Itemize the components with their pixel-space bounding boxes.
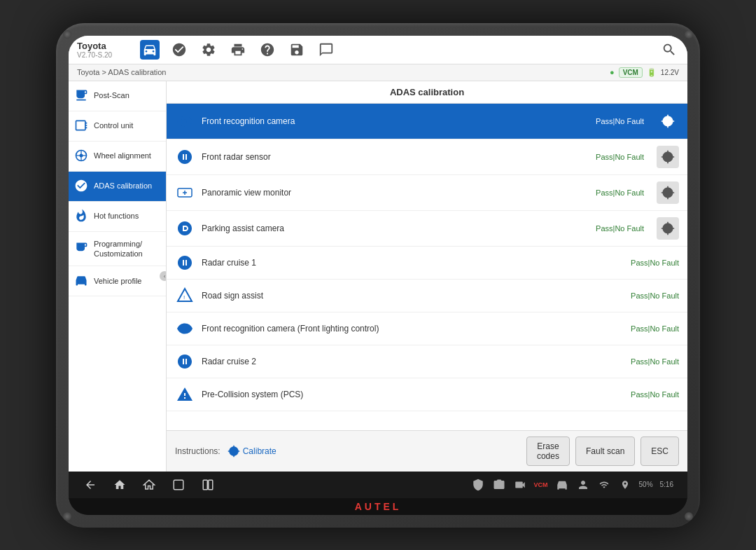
post-scan-icon	[74, 88, 90, 104]
battery-text: 12.2V	[661, 69, 679, 76]
sidebar-item-programming[interactable]: Programming/ Customization	[69, 232, 166, 267]
wifi-icon: ●	[610, 68, 615, 76]
status-bar: ● VCM 🔋 12.2V	[610, 67, 679, 78]
esc-button[interactable]: ESC	[640, 436, 679, 466]
row-label: Road sign assist	[202, 291, 616, 301]
row-status: Pass|No Fault	[623, 291, 679, 300]
autel-brand-bar: AUTEL	[69, 498, 687, 515]
sidebar: Post-Scan Control unit Wheel alignment	[69, 81, 167, 472]
radar-cruise-1-icon	[175, 253, 195, 273]
list-item[interactable]: Radar cruise 1 Pass|No Fault	[167, 247, 687, 280]
row-label: Radar cruise 2	[202, 357, 616, 366]
svg-text:!: !	[183, 294, 185, 301]
search-icon[interactable]	[659, 40, 679, 60]
panel-title: ADAS calibration	[167, 81, 687, 104]
sidebar-item-wheel-alignment[interactable]: Wheel alignment	[69, 142, 166, 172]
list-item[interactable]: Front recognition camera (Front lighting…	[167, 312, 687, 345]
hot-icon	[74, 209, 90, 224]
front-recognition-lighting-icon	[175, 319, 195, 338]
android-tray: VCM 50% 5:16	[471, 478, 673, 492]
list-item[interactable]: Pre-Collision system (PCS) Pass|No Fault	[167, 378, 687, 411]
sidebar-item-post-scan[interactable]: Post-Scan	[69, 81, 166, 111]
hot-functions-label: Hot functions	[94, 211, 139, 221]
row-label: Front recognition camera (Front lighting…	[202, 324, 616, 334]
car-icon[interactable]	[140, 40, 160, 60]
svg-rect-7	[174, 480, 183, 490]
breadcrumb-text: Toyota > ADAS calibration	[77, 68, 167, 76]
screw-tr	[685, 30, 693, 39]
home-outline-icon[interactable]	[141, 477, 157, 493]
clock-display: 5:16	[660, 481, 673, 488]
items-list: Front recognition camera Pass|No Fault F…	[167, 104, 687, 430]
home-icon[interactable]	[112, 477, 127, 493]
vcm-tray-icon[interactable]: VCM	[534, 478, 548, 492]
right-panel: ADAS calibration Front recognition camer…	[167, 81, 687, 472]
print-icon[interactable]	[228, 40, 248, 60]
battery-percent: 50%	[639, 481, 653, 488]
main-content: Post-Scan Control unit Wheel alignment	[69, 81, 687, 472]
instructions-label: Instructions:	[175, 446, 220, 456]
tablet-screen: Toyota V2.70-S.20	[69, 36, 687, 515]
brand-version: V2.70-S.20	[77, 51, 133, 59]
bottom-actions: Erasecodes Fault scan ESC	[526, 436, 679, 466]
wheel-alignment-label: Wheel alignment	[94, 151, 151, 160]
fault-scan-button[interactable]: Fault scan	[575, 436, 635, 466]
driver-tray-icon[interactable]	[576, 478, 590, 492]
sidebar-collapse-button[interactable]: ‹	[160, 271, 167, 281]
sidebar-item-vehicle-profile[interactable]: Vehicle profile	[69, 266, 166, 296]
list-item[interactable]: Front radar sensor Pass|No Fault	[167, 139, 687, 175]
pre-collision-icon	[175, 385, 195, 404]
sidebar-item-hot-functions[interactable]: Hot functions	[69, 202, 166, 232]
calibrate-button[interactable]: Calibrate	[227, 445, 276, 458]
bottom-bar: Instructions: Calibrate Erasecodes Fault…	[167, 430, 687, 472]
screw-bl	[63, 512, 71, 521]
wifi-status-icon	[597, 478, 611, 492]
calibrate-label: Calibrate	[243, 446, 276, 456]
list-item[interactable]: Front recognition camera Pass|No Fault	[167, 104, 687, 139]
diagnostic-icon[interactable]	[169, 40, 189, 60]
message-icon[interactable]	[316, 40, 336, 60]
svg-rect-8	[203, 480, 207, 490]
prog-icon	[74, 241, 90, 256]
post-scan-label: Post-Scan	[94, 90, 130, 100]
row-action-button[interactable]	[657, 110, 679, 132]
shield-tray-icon[interactable]	[471, 478, 485, 492]
row-status: Pass|No Fault	[623, 357, 679, 366]
list-item[interactable]: ! Road sign assist Pass|No Fault	[167, 280, 687, 312]
panoramic-view-icon	[175, 183, 195, 202]
brand-info: Toyota V2.70-S.20	[77, 41, 133, 59]
radar-cruise-2-icon	[175, 352, 195, 371]
erase-codes-button[interactable]: Erasecodes	[526, 436, 570, 466]
android-nav-bar: VCM 50% 5:16	[69, 472, 687, 498]
list-item[interactable]: Parking assist camera Pass|No Fault	[167, 211, 687, 247]
svg-rect-9	[209, 480, 213, 490]
row-status: Pass|No Fault	[588, 188, 644, 197]
recent-apps-icon[interactable]	[171, 477, 186, 493]
header-toolbar	[140, 40, 679, 60]
front-recognition-icon	[175, 111, 195, 131]
car-tray-icon[interactable]	[555, 478, 569, 492]
row-label: Pre-Collision system (PCS)	[202, 390, 616, 399]
save-icon[interactable]	[287, 40, 307, 60]
sidebar-item-control-unit[interactable]: Control unit	[69, 111, 166, 142]
row-action-button[interactable]	[657, 217, 679, 240]
settings-icon[interactable]	[199, 40, 218, 60]
back-icon[interactable]	[83, 477, 98, 493]
row-action-button[interactable]	[657, 181, 679, 204]
video-tray-icon[interactable]	[513, 478, 527, 492]
row-status: Pass|No Fault	[623, 324, 679, 333]
camera-tray-icon[interactable]	[492, 478, 506, 492]
screw-tl	[63, 30, 71, 39]
help-icon[interactable]	[258, 40, 277, 60]
split-icon[interactable]	[200, 477, 216, 493]
row-status: Pass|No Fault	[588, 153, 644, 161]
row-label: Parking assist camera	[202, 224, 581, 233]
sidebar-item-adas-calibration[interactable]: ADAS calibration	[69, 172, 166, 202]
list-item[interactable]: Radar cruise 2 Pass|No Fault	[167, 345, 687, 378]
row-action-button[interactable]	[657, 146, 679, 168]
battery-icon: 🔋	[647, 68, 657, 77]
adas-icon	[74, 179, 90, 194]
control-unit-icon	[74, 118, 90, 134]
list-item[interactable]: Panoramic view monitor Pass|No Fault	[167, 175, 687, 211]
autel-logo: AUTEL	[355, 501, 402, 512]
